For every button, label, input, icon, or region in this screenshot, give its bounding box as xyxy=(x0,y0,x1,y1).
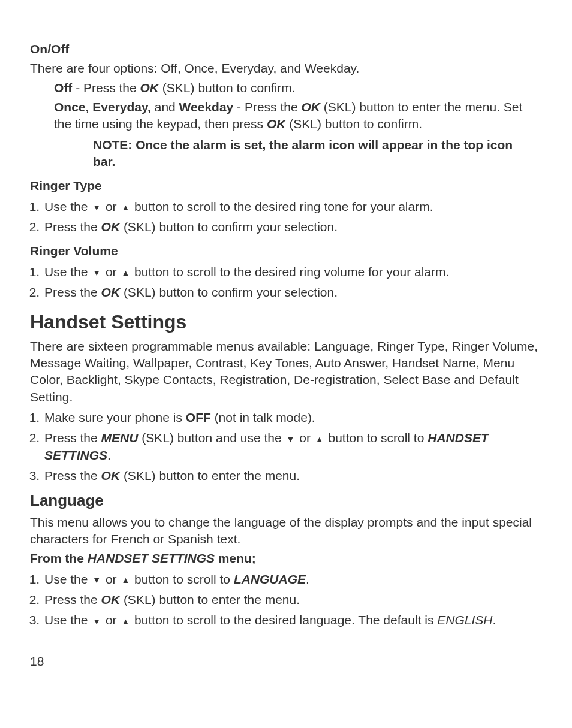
chevron-down-icon: ▼ xyxy=(285,435,296,443)
list-item: Press the MENU (SKL) button and use the … xyxy=(43,430,542,464)
chevron-up-icon: ▲ xyxy=(314,435,325,443)
english-word: ENGLISH xyxy=(437,613,492,627)
ringer-volume-heading: Ringer Volume xyxy=(30,243,542,259)
onoff-section: On/Off There are four options: Off, Once… xyxy=(30,41,542,170)
weekday-label: Weekday xyxy=(179,100,234,114)
off-state: OFF xyxy=(186,410,211,424)
chevron-up-icon: ▲ xyxy=(120,268,131,277)
once-label: Once, Everyday, xyxy=(54,100,151,114)
ok-text: OK xyxy=(101,593,121,606)
ok-text: OK xyxy=(101,469,121,482)
language-intro: This menu allows you to change the langu… xyxy=(30,514,542,548)
list-item: Press the OK (SKL) button to enter the m… xyxy=(43,591,542,608)
list-item: Use the ▼ or ▲ button to scroll to LANGU… xyxy=(43,571,542,588)
ringer-volume-section: Ringer Volume Use the ▼ or ▲ button to s… xyxy=(30,243,542,301)
page-number: 18 xyxy=(30,653,542,670)
chevron-down-icon: ▼ xyxy=(91,576,102,584)
ok-text: OK xyxy=(101,285,121,299)
ok-text: OK xyxy=(140,81,159,95)
handset-settings-heading: Handset Settings xyxy=(30,309,542,335)
handset-intro: There are sixteen programmable menus ava… xyxy=(30,338,542,406)
off-label: Off xyxy=(54,81,72,95)
ok-text: OK xyxy=(267,117,286,131)
language-word: LANGUAGE xyxy=(234,572,306,586)
once-line: Once, Everyday, and Weekday - Press the … xyxy=(30,99,542,133)
onoff-intro: There are four options: Off, Once, Every… xyxy=(30,60,542,77)
list-item: Press the OK (SKL) button to confirm you… xyxy=(43,284,542,301)
chevron-down-icon: ▼ xyxy=(91,203,102,212)
ok-text: OK xyxy=(101,220,121,234)
list-item: Press the OK (SKL) button to confirm you… xyxy=(43,219,542,235)
from-handset-line: From the HANDSET SETTINGS menu; xyxy=(30,550,542,567)
onoff-heading: On/Off xyxy=(30,41,542,58)
chevron-up-icon: ▲ xyxy=(120,203,131,212)
chevron-up-icon: ▲ xyxy=(120,617,131,626)
chevron-down-icon: ▼ xyxy=(91,268,102,277)
ok-text: OK xyxy=(301,100,320,114)
chevron-up-icon: ▲ xyxy=(120,576,131,584)
ringer-type-section: Ringer Type Use the ▼ or ▲ button to scr… xyxy=(30,177,542,235)
menu-text: MENU xyxy=(101,431,139,445)
off-line: Off - Press the OK (SKL) button to confi… xyxy=(30,80,542,96)
list-item: Press the OK (SKL) button to enter the m… xyxy=(43,467,542,484)
chevron-down-icon: ▼ xyxy=(91,617,102,626)
ringer-type-heading: Ringer Type xyxy=(30,177,542,194)
language-heading: Language xyxy=(30,490,542,511)
list-item: Use the ▼ or ▲ button to scroll to the d… xyxy=(43,264,542,280)
alarm-note: NOTE: Once the alarm is set, the alarm i… xyxy=(30,137,542,171)
list-item: Make sure your phone is OFF (not in talk… xyxy=(43,409,542,426)
list-item: Use the ▼ or ▲ button to scroll to the d… xyxy=(43,612,542,629)
list-item: Use the ▼ or ▲ button to scroll to the d… xyxy=(43,198,542,215)
